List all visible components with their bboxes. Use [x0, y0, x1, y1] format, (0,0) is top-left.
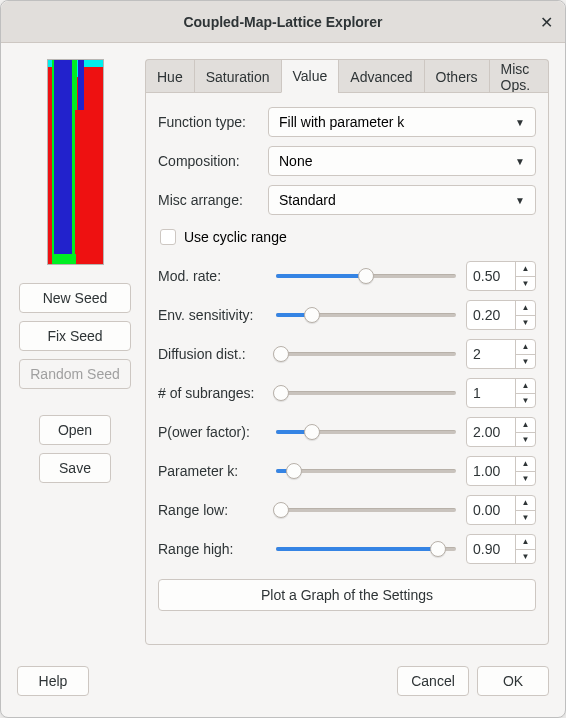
diffusion-dist-slider[interactable]	[276, 344, 456, 364]
down-icon[interactable]: ▼	[516, 472, 535, 486]
power-factor-spinner[interactable]: ▲▼	[466, 417, 536, 447]
function-type-label: Function type:	[158, 114, 260, 130]
parameter-k-input[interactable]	[467, 457, 515, 485]
composition-label: Composition:	[158, 153, 260, 169]
power-factor-row: P(ower factor): ▲▼	[158, 417, 536, 447]
mod-rate-row: Mod. rate: ▲▼	[158, 261, 536, 291]
function-type-combo[interactable]: Fill with parameter k ▼	[268, 107, 536, 137]
mod-rate-input[interactable]	[467, 262, 515, 290]
chevron-down-icon: ▼	[515, 195, 525, 206]
use-cyclic-range-checkbox[interactable]	[160, 229, 176, 245]
random-seed-button: Random Seed	[19, 359, 131, 389]
subranges-spinner[interactable]: ▲▼	[466, 378, 536, 408]
env-sensitivity-row: Env. sensitivity: ▲▼	[158, 300, 536, 330]
left-column: New Seed Fix Seed Random Seed Open Save	[17, 59, 133, 645]
tabs: Hue Saturation Value Advanced Others Mis…	[145, 59, 549, 93]
subranges-slider[interactable]	[276, 383, 456, 403]
diffusion-dist-label: Diffusion dist.:	[158, 346, 266, 362]
down-icon[interactable]: ▼	[516, 355, 535, 369]
tab-hue[interactable]: Hue	[145, 59, 194, 93]
power-factor-label: P(ower factor):	[158, 424, 266, 440]
down-icon[interactable]: ▼	[516, 316, 535, 330]
diffusion-dist-row: Diffusion dist.: ▲▼	[158, 339, 536, 369]
range-low-row: Range low: ▲▼	[158, 495, 536, 525]
up-icon[interactable]: ▲	[516, 457, 535, 472]
down-icon[interactable]: ▼	[516, 511, 535, 525]
range-low-slider[interactable]	[276, 500, 456, 520]
range-high-label: Range high:	[158, 541, 266, 557]
footer: Help Cancel OK	[1, 661, 565, 717]
down-icon[interactable]: ▼	[516, 394, 535, 408]
titlebar: Coupled-Map-Lattice Explorer ✕	[1, 1, 565, 43]
right-column: Hue Saturation Value Advanced Others Mis…	[145, 59, 549, 645]
composition-value: None	[279, 153, 312, 169]
parameter-k-label: Parameter k:	[158, 463, 266, 479]
composition-combo[interactable]: None ▼	[268, 146, 536, 176]
range-low-spinner[interactable]: ▲▼	[466, 495, 536, 525]
up-icon[interactable]: ▲	[516, 379, 535, 394]
mod-rate-spinner[interactable]: ▲▼	[466, 261, 536, 291]
cancel-button[interactable]: Cancel	[397, 666, 469, 696]
env-sensitivity-slider[interactable]	[276, 305, 456, 325]
close-icon[interactable]: ✕	[540, 12, 553, 31]
down-icon[interactable]: ▼	[516, 550, 535, 564]
plot-graph-button[interactable]: Plot a Graph of the Settings	[158, 579, 536, 611]
preview-image	[47, 59, 104, 265]
save-button[interactable]: Save	[39, 453, 111, 483]
env-sensitivity-input[interactable]	[467, 301, 515, 329]
subranges-row: # of subranges: ▲▼	[158, 378, 536, 408]
mod-rate-label: Mod. rate:	[158, 268, 266, 284]
range-high-slider[interactable]	[276, 539, 456, 559]
subranges-label: # of subranges:	[158, 385, 266, 401]
parameter-k-row: Parameter k: ▲▼	[158, 456, 536, 486]
power-factor-slider[interactable]	[276, 422, 456, 442]
open-button[interactable]: Open	[39, 415, 111, 445]
range-low-input[interactable]	[467, 496, 515, 524]
diffusion-dist-spinner[interactable]: ▲▼	[466, 339, 536, 369]
misc-arrange-value: Standard	[279, 192, 336, 208]
diffusion-dist-input[interactable]	[467, 340, 515, 368]
tab-advanced[interactable]: Advanced	[338, 59, 423, 93]
up-icon[interactable]: ▲	[516, 418, 535, 433]
up-icon[interactable]: ▲	[516, 535, 535, 550]
tab-others[interactable]: Others	[424, 59, 489, 93]
function-type-value: Fill with parameter k	[279, 114, 404, 130]
new-seed-button[interactable]: New Seed	[19, 283, 131, 313]
up-icon[interactable]: ▲	[516, 340, 535, 355]
tab-value[interactable]: Value	[281, 59, 339, 93]
power-factor-input[interactable]	[467, 418, 515, 446]
window-title: Coupled-Map-Lattice Explorer	[183, 14, 382, 30]
range-high-input[interactable]	[467, 535, 515, 563]
tab-saturation[interactable]: Saturation	[194, 59, 281, 93]
range-high-row: Range high: ▲▼	[158, 534, 536, 564]
misc-arrange-label: Misc arrange:	[158, 192, 260, 208]
down-icon[interactable]: ▼	[516, 277, 535, 291]
use-cyclic-range-label: Use cyclic range	[184, 229, 287, 245]
help-button[interactable]: Help	[17, 666, 89, 696]
range-high-spinner[interactable]: ▲▼	[466, 534, 536, 564]
dialog-body: New Seed Fix Seed Random Seed Open Save …	[1, 43, 565, 661]
env-sensitivity-spinner[interactable]: ▲▼	[466, 300, 536, 330]
up-icon[interactable]: ▲	[516, 262, 535, 277]
env-sensitivity-label: Env. sensitivity:	[158, 307, 266, 323]
chevron-down-icon: ▼	[515, 156, 525, 167]
tab-panel-value: Function type: Fill with parameter k ▼ C…	[145, 92, 549, 645]
mod-rate-slider[interactable]	[276, 266, 456, 286]
misc-arrange-combo[interactable]: Standard ▼	[268, 185, 536, 215]
chevron-down-icon: ▼	[515, 117, 525, 128]
down-icon[interactable]: ▼	[516, 433, 535, 447]
tab-misc-ops[interactable]: Misc Ops.	[489, 59, 549, 93]
range-low-label: Range low:	[158, 502, 266, 518]
fix-seed-button[interactable]: Fix Seed	[19, 321, 131, 351]
up-icon[interactable]: ▲	[516, 301, 535, 316]
up-icon[interactable]: ▲	[516, 496, 535, 511]
dialog-window: Coupled-Map-Lattice Explorer ✕ New Seed …	[0, 0, 566, 718]
parameter-k-spinner[interactable]: ▲▼	[466, 456, 536, 486]
parameter-k-slider[interactable]	[276, 461, 456, 481]
ok-button[interactable]: OK	[477, 666, 549, 696]
subranges-input[interactable]	[467, 379, 515, 407]
